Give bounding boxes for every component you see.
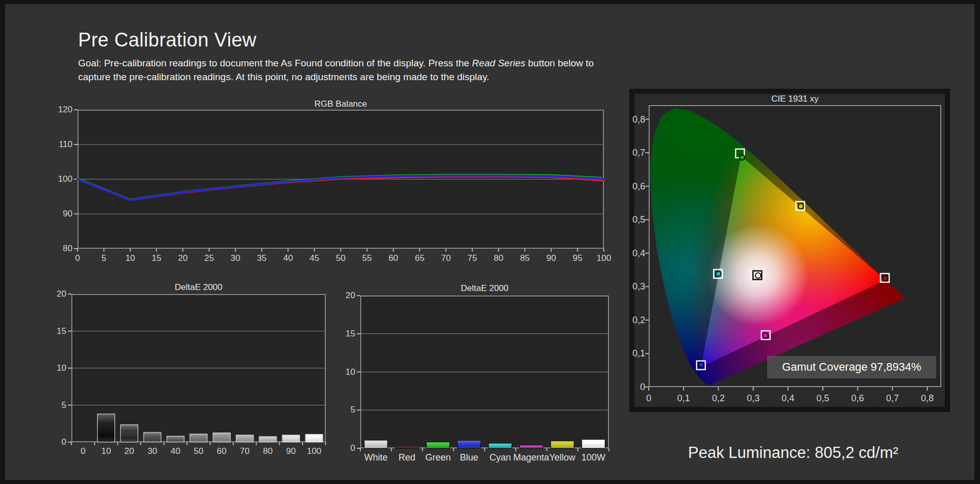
bar-gloss [120,425,138,442]
rgb-x-axis-label: 10 [120,253,140,263]
rgb-x-axis-label: 0 [67,253,88,263]
deltae-grayscale-chart: DeltaE 2000 0510152001020304050607080901… [41,280,353,470]
bar-gloss [236,435,254,442]
cie-y-axis-label: 0,3 [630,281,645,292]
goal-text: Goal: Pre-calibration readings to docume… [78,56,594,84]
goal-read-series-emphasis: Read Series [472,58,526,68]
bar-gloss [520,445,543,448]
rgb-x-axis-label: 90 [541,253,561,263]
bar-gloss [364,440,388,448]
cie-x-axis-label: 0,7 [880,393,905,404]
cie-1931-title: CIE 1931 xy [649,94,941,104]
cie-x-axis-label: 0,2 [705,393,731,404]
deltae-y-axis-label: 5 [41,400,66,410]
cie-measured-magenta [763,333,768,338]
bar-gloss [305,434,323,442]
deltae-y-axis-label: 10 [41,363,66,373]
cie-y-axis-label: 0,7 [630,148,645,158]
rgb-balance-title: RGB Balance [78,99,604,109]
rgb-balance-plot [78,110,604,249]
deltae-colors-plot [360,296,609,448]
rgb-x-axis-label: 45 [304,253,325,263]
cie-y-axis-label: 0,2 [630,315,645,326]
rgb-x-axis-label: 15 [146,253,167,263]
deltae-y-axis-label: 15 [41,326,66,336]
bar-gloss [457,441,481,448]
rgb-x-axis-label: 85 [514,253,535,263]
cie-x-axis-label: 0,1 [671,393,696,404]
deltae-y-axis-label: 0 [41,437,66,447]
rgb-x-axis-label: 30 [225,253,246,263]
rgb-x-axis-label: 35 [252,253,272,263]
rgb-x-axis-label: 40 [278,253,298,263]
deltae-x-axis-label: 100 [295,446,333,456]
deltae-colors-chart: DeltaE 2000 05101520WhiteRedGreenBlueCya… [330,280,650,475]
bar-gloss [396,446,419,448]
cie-x-axis-label: 0,8 [915,393,940,404]
deltae-y-axis-label: 20 [330,291,355,301]
cie-x-axis-label: 0,5 [810,393,836,404]
gamut-coverage-badge: Gamut Coverage 97,8934% [767,356,936,378]
cie-1931-plot [649,105,941,387]
rgb-x-axis-label: 60 [383,253,404,263]
cie-x-axis-label: 0,6 [845,393,870,404]
rgb-balance-chart: RGB Balance 8090100110120051015202530354… [47,96,639,270]
cie-measured-blue [699,362,704,368]
rgb-x-axis-label: 20 [173,253,193,263]
deltae-grayscale-title: DeltaE 2000 [71,282,326,293]
rgb-x-axis-label: 75 [462,253,482,263]
page-title: Pre Calibration View [78,29,257,51]
bar-gloss [97,414,115,442]
rgb-x-axis-label: 50 [331,253,351,263]
deltae-y-axis-label: 5 [330,405,355,415]
cie-x-axis-label: 0,4 [775,393,801,404]
cie-measured-white [755,273,761,278]
bar-gloss [488,443,512,448]
deltae-y-axis-label: 10 [330,367,355,377]
rgb-x-axis-label: 80 [488,253,509,263]
rgb-x-axis-label: 95 [567,253,587,263]
cie-y-axis-label: 0,5 [630,214,645,225]
rgb-x-axis-label: 5 [94,253,114,263]
rgb-y-axis-label: 110 [47,139,72,150]
cie-measured-yellow [798,204,804,209]
deltae-y-axis-label: 15 [330,329,355,339]
goal-line1-post: button below to [525,58,594,68]
rgb-y-axis-label: 100 [47,174,72,184]
rgb-y-axis-label: 80 [47,244,72,254]
cie-x-axis-label: 0,3 [741,393,766,404]
rgb-y-axis-label: 120 [47,105,72,115]
deltae-colors-title: DeltaE 2000 [360,283,609,294]
bar-gloss [582,440,605,448]
goal-line1-pre: Goal: Pre-calibration readings to docume… [78,58,472,68]
deltae-y-axis-label: 0 [330,443,355,453]
bar-gloss [259,437,277,442]
cie-y-axis-label: 0,1 [630,348,645,359]
rgb-x-axis-label: 65 [409,253,430,263]
cie-y-axis-label: 0,6 [630,181,645,192]
bar-gloss [282,435,300,442]
bar-gloss [167,436,184,442]
deltae-grayscale-plot [71,294,326,442]
cie-y-axis-label: 0 [630,382,645,393]
bar-gloss [426,442,450,448]
bar-gloss [190,434,207,442]
cie-1931-panel: CIE 1931 xy Gamut Coverage 97,8934% 00,1… [630,89,949,412]
rgb-x-axis-label: 55 [357,253,377,263]
goal-line2: capture the pre-calibration readings. At… [78,71,489,82]
deltae-y-axis-label: 20 [41,289,66,299]
bar-gloss [551,441,574,448]
cie-y-axis-label: 0,4 [630,248,645,259]
cie-measured-red [883,276,888,281]
rgb-x-axis-label: 100 [594,253,614,263]
bar-gloss [213,433,230,442]
rgb-x-axis-label: 25 [199,253,219,263]
cie-x-axis-label: 0 [636,393,662,404]
rgb-x-axis-label: 70 [436,253,456,263]
cie-y-axis-label: 0,8 [630,114,645,125]
cie-measured-cyan [716,271,721,277]
peak-luminance-text: Peak Luminance: 805,2 cd/m² [688,444,898,462]
cie-measured-green [740,155,745,160]
rgb-y-axis-label: 90 [47,209,72,219]
bar-gloss [144,432,161,442]
